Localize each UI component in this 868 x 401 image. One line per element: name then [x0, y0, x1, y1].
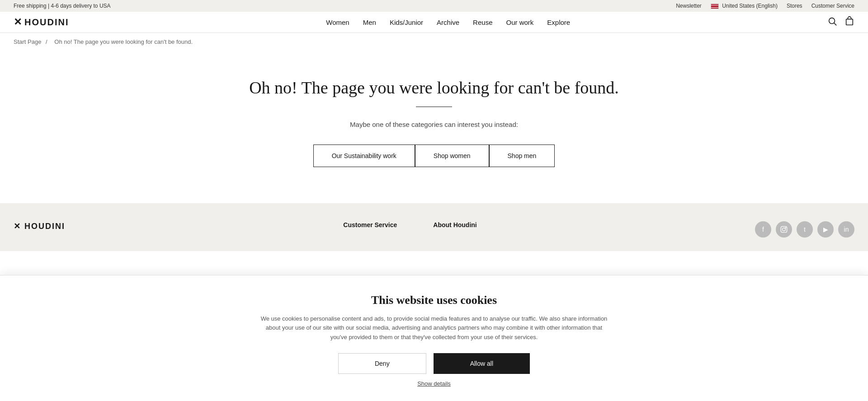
flag-icon	[711, 4, 719, 9]
header: ✕ HOUDINI Women Men Kids/Junior Archive …	[0, 12, 868, 33]
newsletter-link[interactable]: Newsletter	[676, 3, 702, 9]
shop-women-button[interactable]: Shop women	[415, 145, 489, 167]
top-bar-right: Newsletter United States (English) Store…	[676, 3, 854, 9]
instagram-icon[interactable]	[776, 221, 792, 238]
divider	[416, 107, 452, 107]
sustainability-button[interactable]: Our Sustainability work	[313, 145, 415, 167]
main-content: Oh no! The page you were looking for can…	[0, 51, 868, 203]
footer-about: About Houdini	[433, 221, 476, 233]
nav-reuse[interactable]: Reuse	[473, 19, 492, 26]
footer-top: ✕ HOUDINI Customer Service About Houdini…	[14, 221, 854, 238]
twitter-icon[interactable]: t	[797, 221, 813, 238]
cta-buttons: Our Sustainability work Shop women Shop …	[9, 145, 859, 167]
footer-customer-service: Customer Service	[343, 221, 397, 233]
svg-point-0	[829, 18, 835, 24]
nav-explore[interactable]: Explore	[547, 19, 570, 26]
logo[interactable]: ✕ HOUDINI	[14, 16, 69, 28]
subtitle: Maybe one of these categories can intere…	[9, 121, 859, 128]
breadcrumb-current: Oh no! The page you were looking for can…	[54, 38, 193, 45]
svg-rect-2	[846, 19, 853, 25]
svg-rect-3	[781, 226, 787, 232]
footer-columns: Customer Service About Houdini	[343, 221, 476, 233]
linkedin-icon[interactable]: in	[838, 221, 854, 238]
svg-line-1	[834, 23, 836, 25]
breadcrumb: Start Page / Oh no! The page you were lo…	[0, 33, 868, 51]
footer-customer-service-heading: Customer Service	[343, 221, 397, 228]
footer-logo-symbol: ✕	[14, 222, 21, 231]
breadcrumb-start[interactable]: Start Page	[14, 38, 41, 45]
svg-point-5	[785, 228, 786, 228]
customer-service-link[interactable]: Customer Service	[811, 3, 854, 9]
search-icon[interactable]	[827, 16, 837, 28]
logo-text: HOUDINI	[24, 17, 69, 28]
footer-logo-text: HOUDINI	[24, 222, 65, 231]
youtube-icon[interactable]: ▶	[817, 221, 834, 238]
shipping-text: Free shipping | 4-6 days delivery to USA	[14, 3, 111, 9]
main-nav: Women Men Kids/Junior Archive Reuse Our …	[326, 19, 570, 26]
stores-link[interactable]: Stores	[787, 3, 802, 9]
error-title: Oh no! The page you were looking for can…	[9, 78, 859, 98]
cart-icon[interactable]	[844, 16, 854, 28]
footer-social: f t ▶ in	[755, 221, 854, 238]
nav-men[interactable]: Men	[363, 19, 376, 26]
shop-men-button[interactable]: Shop men	[489, 145, 555, 167]
facebook-icon[interactable]: f	[755, 221, 771, 238]
breadcrumb-separator: /	[46, 38, 47, 45]
header-icons	[827, 16, 854, 28]
footer: ✕ HOUDINI Customer Service About Houdini…	[0, 203, 868, 251]
svg-point-4	[783, 228, 786, 231]
nav-kids[interactable]: Kids/Junior	[390, 19, 423, 26]
locale-selector[interactable]: United States (English)	[711, 3, 778, 9]
top-bar: Free shipping | 4-6 days delivery to USA…	[0, 0, 868, 12]
footer-logo: ✕ HOUDINI	[14, 221, 65, 231]
nav-women[interactable]: Women	[326, 19, 349, 26]
logo-symbol: ✕	[14, 16, 23, 28]
nav-archive[interactable]: Archive	[437, 19, 459, 26]
footer-about-heading: About Houdini	[433, 221, 476, 228]
nav-our-work[interactable]: Our work	[506, 19, 533, 26]
